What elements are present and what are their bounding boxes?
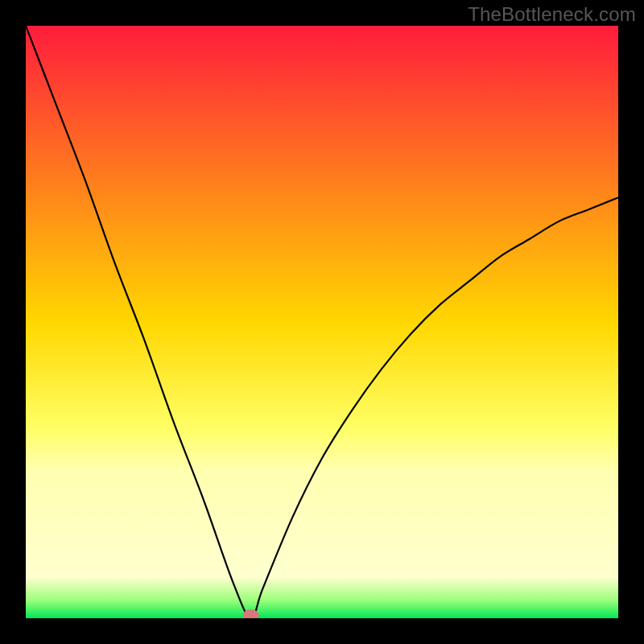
plot-area [26, 26, 618, 618]
gradient-background [26, 26, 618, 618]
chart-frame: TheBottleneck.com [0, 0, 644, 644]
chart-svg [26, 26, 618, 618]
watermark-label: TheBottleneck.com [468, 3, 636, 26]
